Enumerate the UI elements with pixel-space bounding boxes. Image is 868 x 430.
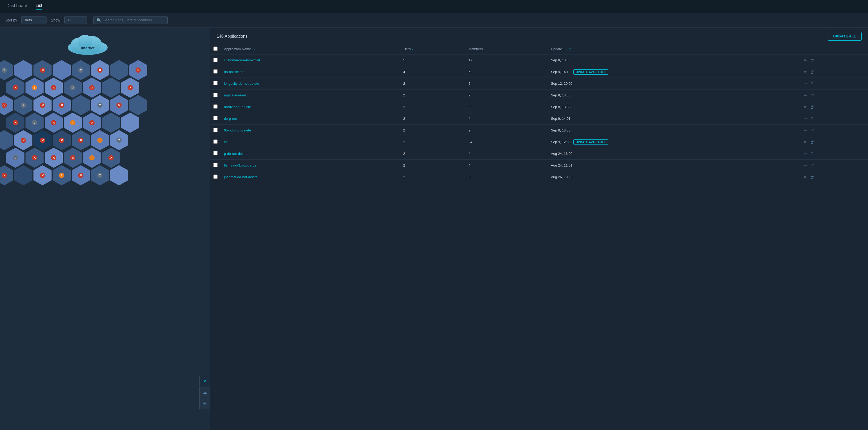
cloud-icon-button[interactable]: ☁ bbox=[199, 387, 210, 398]
hex-row-7 bbox=[0, 165, 210, 186]
row-updated: Aug 26, 19:00 bbox=[548, 171, 801, 183]
action-icons: ✏ 🗑 bbox=[804, 81, 865, 86]
table-scroll[interactable]: Application Name ↓↑ Tiers ↓ Members bbox=[210, 44, 868, 430]
table-row: do-p-not 2 4 Sep 9, 14:01 ✏ 🗑 bbox=[210, 113, 868, 125]
app-name-link[interactable]: longevity-do-not-delete bbox=[224, 81, 259, 86]
row-tiers: 2 bbox=[400, 136, 465, 148]
row-checkbox[interactable] bbox=[213, 128, 218, 132]
sort-tiers[interactable]: Tiers ↓ bbox=[403, 47, 413, 51]
row-checkbox[interactable] bbox=[213, 93, 218, 97]
edit-icon[interactable]: ✏ bbox=[804, 58, 807, 63]
col-updated-label: Update... bbox=[551, 47, 565, 51]
app-name-link[interactable]: flemingo-3xl-upgarde bbox=[224, 163, 256, 167]
app-name-link[interactable]: p-do-not-delete bbox=[224, 152, 247, 156]
nav-dashboard[interactable]: Dashboard bbox=[6, 3, 27, 9]
delete-icon[interactable]: 🗑 bbox=[810, 140, 814, 144]
edit-icon[interactable]: ✏ bbox=[804, 175, 807, 179]
delete-icon[interactable]: 🗑 bbox=[810, 163, 814, 168]
delete-icon[interactable]: 🗑 bbox=[810, 152, 814, 156]
col-app-name-label: Application Name bbox=[224, 47, 251, 51]
edit-icon[interactable]: ✏ bbox=[804, 93, 807, 98]
hex-cell[interactable] bbox=[33, 165, 52, 186]
delete-icon[interactable]: 🗑 bbox=[810, 128, 814, 133]
action-icons: ✏ 🗑 bbox=[804, 175, 865, 179]
sort-tiers-icon: ↓ bbox=[412, 47, 413, 51]
row-checkbox[interactable] bbox=[213, 104, 218, 109]
hex-cell[interactable] bbox=[72, 165, 90, 186]
sort-app-name-icon: ↓↑ bbox=[252, 47, 255, 51]
app-name-link[interactable]: do-not-delete bbox=[224, 70, 244, 74]
row-checkbox[interactable] bbox=[213, 163, 218, 167]
action-icons: ✏ 🗑 bbox=[804, 152, 865, 156]
row-actions: ✏ 🗑 bbox=[801, 101, 868, 113]
row-checkbox[interactable] bbox=[213, 69, 218, 73]
row-checkbox[interactable] bbox=[213, 151, 218, 155]
row-checkbox[interactable] bbox=[213, 81, 218, 85]
row-updated-date: Sep 8, 18:33 bbox=[551, 58, 570, 62]
hex-cell[interactable] bbox=[110, 165, 128, 186]
hex-cell[interactable] bbox=[14, 165, 32, 186]
settings-icon-button[interactable]: ✳ bbox=[199, 398, 210, 409]
update-available-badge[interactable]: UPDATE AVAILABLE bbox=[574, 139, 608, 145]
delete-icon[interactable]: 🗑 bbox=[810, 81, 814, 86]
row-checkbox[interactable] bbox=[213, 116, 218, 120]
edit-icon[interactable]: ✏ bbox=[804, 105, 807, 109]
sort-updated[interactable]: Update... ↓ bbox=[551, 47, 567, 51]
app-name-link[interactable]: 65x-do-not-delete bbox=[224, 128, 251, 132]
app-name-link[interactable]: arpitja-sn-eval bbox=[224, 93, 246, 97]
edit-icon[interactable]: ✏ bbox=[804, 81, 807, 86]
row-checkbox[interactable] bbox=[213, 139, 218, 144]
delete-icon[interactable]: 🗑 bbox=[810, 58, 814, 62]
app-name-link[interactable]: jparimal-do-not-delete bbox=[224, 175, 257, 179]
row-checkbox-cell bbox=[210, 160, 221, 171]
table-row: col 2 24 Sep 9, 12:59 UPDATE AVAILABLE ✏… bbox=[210, 136, 868, 148]
row-actions: ✏ 🗑 bbox=[801, 90, 868, 101]
hex-cell[interactable] bbox=[91, 165, 109, 186]
close-icon-button[interactable]: ✕ bbox=[199, 376, 210, 387]
show-select[interactable]: All Active Inactive bbox=[64, 16, 87, 24]
update-all-button[interactable]: UPDATE ALL bbox=[828, 32, 862, 41]
app-name-link[interactable]: dhruv-dont-delete bbox=[224, 105, 251, 109]
row-checkbox[interactable] bbox=[213, 58, 218, 62]
hex-cell[interactable] bbox=[53, 165, 71, 186]
edit-icon[interactable]: ✏ bbox=[804, 163, 807, 168]
svg-text:Internet: Internet bbox=[81, 46, 95, 50]
hex-cell[interactable] bbox=[0, 165, 13, 186]
delete-icon[interactable]: 🗑 bbox=[810, 175, 814, 179]
row-actions: ✏ 🗑 bbox=[801, 113, 868, 125]
sort-app-name[interactable]: Application Name ↓↑ bbox=[224, 47, 255, 51]
edit-icon[interactable]: ✏ bbox=[804, 152, 807, 156]
edit-icon[interactable]: ✏ bbox=[804, 128, 807, 133]
internet-cloud: Internet bbox=[64, 32, 112, 56]
row-members: 4 bbox=[465, 113, 548, 125]
edit-icon[interactable]: ✏ bbox=[804, 140, 807, 144]
row-actions: ✏ 🗑 bbox=[801, 171, 868, 183]
app-name-link[interactable]: do-p-not bbox=[224, 117, 237, 121]
filter-icon[interactable]: ▽ bbox=[568, 47, 571, 51]
row-app-name: do-p-not bbox=[221, 113, 400, 125]
row-checkbox[interactable] bbox=[213, 174, 218, 179]
app-name-link[interactable]: customercare-brownfiel... bbox=[224, 58, 263, 62]
sort-select[interactable]: Tiers Name Members Updated bbox=[21, 16, 46, 24]
edit-icon[interactable]: ✏ bbox=[804, 70, 807, 74]
table-row: arpitja-sn-eval 2 2 Sep 8, 18:33 ✏ 🗑 bbox=[210, 90, 868, 101]
row-updated: Sep 8, 18:33 bbox=[548, 55, 801, 66]
sort-label: Sort by bbox=[5, 18, 17, 22]
row-members: 4 bbox=[465, 148, 548, 160]
row-checkbox-cell bbox=[210, 90, 221, 101]
col-app-name: Application Name ↓↑ bbox=[221, 44, 400, 55]
col-tiers: Tiers ↓ bbox=[400, 44, 465, 55]
delete-icon[interactable]: 🗑 bbox=[810, 93, 814, 97]
nav-list[interactable]: List bbox=[36, 3, 42, 9]
row-members: 24 bbox=[465, 136, 548, 148]
delete-icon[interactable]: 🗑 bbox=[810, 70, 814, 74]
update-available-badge[interactable]: UPDATE AVAILABLE bbox=[574, 69, 608, 75]
edit-icon[interactable]: ✏ bbox=[804, 116, 807, 121]
delete-icon[interactable]: 🗑 bbox=[810, 105, 814, 109]
row-updated: Sep 9, 14:01 bbox=[548, 113, 801, 125]
action-icons: ✏ 🗑 bbox=[804, 140, 865, 144]
search-input[interactable] bbox=[103, 18, 164, 22]
app-name-link[interactable]: col bbox=[224, 140, 228, 144]
select-all-checkbox[interactable] bbox=[213, 46, 218, 51]
delete-icon[interactable]: 🗑 bbox=[810, 116, 814, 121]
